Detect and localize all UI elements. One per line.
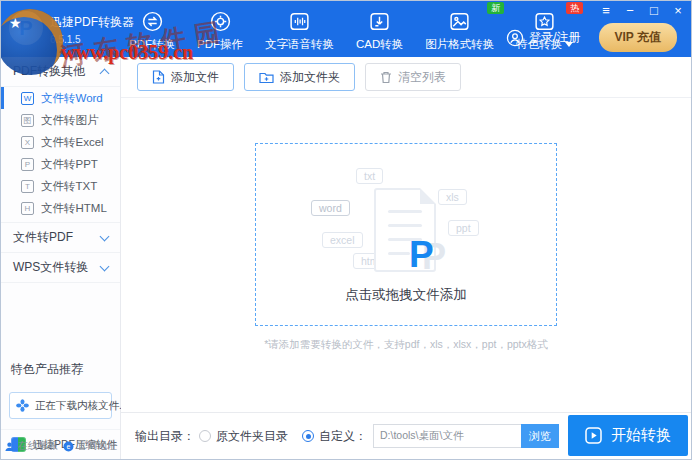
nav-label: CAD转换: [356, 37, 403, 52]
add-folder-button[interactable]: 添加文件夹: [244, 63, 355, 91]
sidebar-footer: 在线客服 e 官网地址: [1, 439, 120, 453]
excel-file-icon: X: [21, 136, 34, 149]
format-hint: *请添加需要转换的文件，支持pdf，xls，xlsx，ppt，pptx格式: [121, 338, 691, 352]
pdf-convert-icon: [140, 9, 165, 34]
svg-text:e: e: [67, 442, 71, 449]
add-file-button[interactable]: 添加文件: [137, 63, 234, 91]
speech-wave-icon: [287, 9, 312, 34]
nav-pdf-convert[interactable]: PDF转换: [129, 9, 175, 52]
titlebar-right: 登录/注册 VIP 充值: [506, 23, 677, 52]
radio-custom-label[interactable]: 自定义：: [319, 428, 367, 445]
app-title: 迅捷PDF转换器: [50, 14, 134, 31]
p-logo-icon: P: [409, 234, 434, 276]
nav-text-speech[interactable]: 文字语音转换: [265, 9, 334, 52]
sidebar-section-pdf-to-other[interactable]: PDF转换其他: [1, 57, 120, 87]
app-logo-icon: P: [9, 11, 43, 45]
chevron-down-icon: [100, 231, 110, 241]
xls-tag: xls: [438, 189, 467, 205]
radio-original-folder[interactable]: [199, 430, 211, 442]
add-folder-label: 添加文件夹: [280, 69, 340, 86]
nav-label: 图片格式转换: [425, 37, 494, 52]
radio-custom[interactable]: [302, 430, 314, 442]
hot-badge: 热: [566, 2, 583, 14]
pdf-operate-icon: [208, 9, 233, 34]
app-brand: P 迅捷PDF转换器 6.5.1.5: [9, 11, 134, 45]
radio-original-label[interactable]: 原文件夹目录: [216, 428, 288, 445]
sidebar-section-wps-convert[interactable]: WPS文件转换: [1, 253, 120, 283]
html-file-icon: H: [21, 202, 34, 215]
chevron-down-icon: [100, 261, 110, 271]
path-group: 浏览: [373, 424, 559, 448]
add-file-icon: [152, 70, 165, 84]
section-title: PDF转换其他: [13, 63, 85, 80]
website-label: 官网地址: [77, 439, 117, 453]
chevron-up-icon: [100, 68, 110, 78]
sidebar-item-to-word[interactable]: W 文件转Word: [1, 87, 120, 109]
add-file-label: 添加文件: [171, 69, 219, 86]
nav-label: PDF转换: [129, 37, 175, 52]
app-version: 6.5.1.5: [50, 34, 134, 45]
sidebar-item-label: 文件转Excel: [41, 135, 104, 150]
start-convert-button[interactable]: 开始转换: [568, 415, 688, 456]
sidebar-item-to-txt[interactable]: T 文件转TXT: [1, 175, 120, 197]
kernel-download-status[interactable]: 正在下载内核文件...: [9, 392, 112, 419]
output-path-input[interactable]: [373, 424, 521, 448]
online-service-link[interactable]: 在线客服: [4, 439, 58, 453]
service-label: 在线客服: [18, 439, 58, 453]
pinwheel-icon: [16, 399, 29, 412]
minimize-icon[interactable]: −: [623, 3, 637, 19]
excel-tag: excel: [322, 232, 363, 248]
nav-cad-convert[interactable]: CAD转换: [356, 9, 403, 52]
titlebar: ≡ − □ × P 迅捷PDF转换器 6.5.1.5 PDF转换: [1, 1, 691, 57]
main-panel: 添加文件 添加文件夹 清空列表 txt xls word ppt excel h…: [121, 57, 691, 459]
section-title: 文件转PDF: [13, 229, 73, 246]
user-icon: [506, 29, 524, 47]
maximize-icon[interactable]: □: [647, 3, 661, 19]
ppt-tag: ppt: [448, 220, 479, 236]
trash-icon: [380, 71, 392, 84]
app-window: ≡ − □ × P 迅捷PDF转换器 6.5.1.5 PDF转换: [0, 0, 692, 460]
section-title: WPS文件转换: [13, 259, 88, 276]
vip-recharge-button[interactable]: VIP 充值: [599, 23, 677, 52]
sidebar-section-file-to-pdf[interactable]: 文件转PDF: [1, 223, 120, 253]
sidebar-item-label: 文件转TXT: [41, 179, 97, 194]
sidebar-item-label: 文件转图片: [41, 113, 99, 128]
add-folder-icon: [259, 71, 274, 84]
website-link[interactable]: e 官网地址: [63, 439, 117, 453]
nav-label: PDF操作: [197, 37, 243, 52]
sidebar-item-to-ppt[interactable]: P 文件转PPT: [1, 153, 120, 175]
sidebar-item-label: 文件转Word: [41, 91, 103, 106]
login-register-button[interactable]: 登录/注册: [506, 29, 580, 47]
browse-button[interactable]: 浏览: [521, 424, 559, 448]
clear-list-button[interactable]: 清空列表: [365, 63, 461, 91]
sidebar-item-to-html[interactable]: H 文件转HTML: [1, 197, 120, 219]
download-label: 正在下载内核文件...: [35, 399, 128, 413]
dropzone-caption: 点击或拖拽文件添加: [256, 286, 556, 304]
nav-label: 文字语音转换: [265, 37, 334, 52]
clear-list-label: 清空列表: [398, 69, 446, 86]
start-label: 开始转换: [611, 426, 671, 445]
play-icon: [585, 427, 602, 444]
sidebar-item-label: 文件转PPT: [41, 157, 98, 172]
image-file-icon: 图: [21, 114, 34, 127]
file-dropzone[interactable]: txt xls word ppt excel html P P 点击或拖拽文件添…: [255, 143, 557, 326]
cad-convert-icon: [367, 9, 392, 34]
login-label: 登录/注册: [529, 29, 580, 46]
new-badge: 新: [487, 2, 504, 14]
menu-icon[interactable]: ≡: [599, 3, 613, 19]
sidebar-item-to-excel[interactable]: X 文件转Excel: [1, 131, 120, 153]
nav-pdf-operate[interactable]: PDF操作: [197, 9, 243, 52]
ppt-file-icon: P: [21, 158, 34, 171]
output-dir-label: 输出目录：: [135, 428, 195, 445]
sidebar: PDF转换其他 W 文件转Word 图 文件转图片 X 文件转Excel P 文…: [1, 57, 121, 459]
close-icon[interactable]: ×: [671, 3, 685, 19]
sidebar-item-to-image[interactable]: 图 文件转图片: [1, 109, 120, 131]
sidebar-item-label: 文件转HTML: [41, 201, 107, 216]
globe-icon: e: [63, 441, 74, 452]
nav-image-format[interactable]: 新 图片格式转换: [425, 9, 494, 52]
file-toolbar: 添加文件 添加文件夹 清空列表: [121, 57, 691, 98]
image-format-icon: [447, 9, 472, 34]
window-controls: ≡ − □ ×: [599, 3, 685, 19]
word-file-icon: W: [21, 92, 34, 105]
headset-icon: [4, 441, 15, 452]
